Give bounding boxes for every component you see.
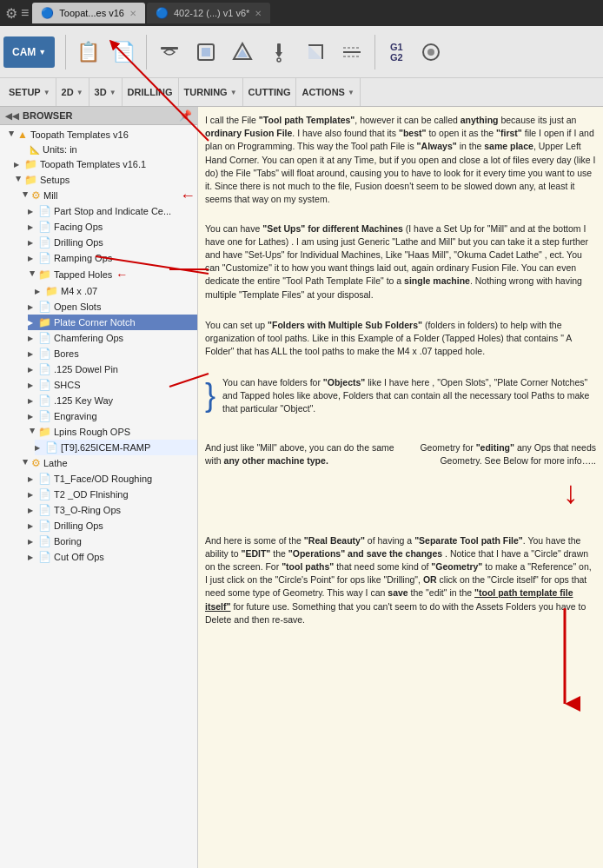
tree-shcs[interactable]: ▶ 📄 SHCS — [28, 377, 197, 393]
section-3d[interactable]: 3D ▼ — [89, 78, 123, 106]
tree-partstop[interactable]: ▶ 📄 Part Stop and Indicate Ce... — [28, 203, 197, 219]
tri-openslots[interactable]: ▶ — [28, 303, 36, 311]
tree-facingops[interactable]: ▶ 📄 Facing Ops — [28, 219, 197, 235]
tree-t9ramp[interactable]: ▶ 📄 [T9].625ICEM-RAMP — [35, 440, 197, 455]
tri-bores[interactable]: ▶ — [28, 350, 36, 358]
tree-root[interactable]: ▶ ▲ Toopath Templates v16 — [7, 127, 197, 142]
section-cutting[interactable]: CUTTING — [243, 78, 297, 106]
tool-cut[interactable] — [335, 38, 369, 66]
label-t1face: T1_Face/OD Roughing — [54, 474, 152, 484]
browser-pin[interactable]: 📌 — [179, 109, 192, 122]
tri-tpl161[interactable]: ▶ — [14, 161, 23, 169]
tri-chamfer[interactable]: ▶ — [28, 335, 36, 342]
section-turning[interactable]: TURNING ▼ — [179, 78, 243, 106]
tri-tappedholes[interactable]: ▶ — [29, 270, 36, 279]
tool-new-op[interactable]: 📄 — [107, 41, 141, 63]
tree-chamfer[interactable]: ▶ 📄 Chamfering Ops — [28, 330, 197, 346]
new-op-icon: 📄 — [112, 43, 136, 62]
tab-402[interactable]: 🔵 402-12 (...) v1 v6* ✕ — [147, 3, 270, 23]
tri-drillingops2[interactable]: ▶ — [28, 522, 36, 530]
tri-root[interactable]: ▶ — [8, 130, 16, 139]
tree-tappedholes[interactable]: ▶ 📁 Tapped Holes ← — [28, 266, 197, 283]
tri-t2od[interactable]: ▶ — [28, 491, 36, 499]
tree-mill[interactable]: ▶ ⚙ Mill ← — [21, 188, 197, 203]
tri-mill[interactable]: ▶ — [22, 191, 30, 200]
tri-setups[interactable]: ▶ — [15, 176, 23, 184]
tri-rampingops[interactable]: ▶ — [28, 255, 36, 262]
browser-title: BROWSER — [23, 110, 72, 121]
tri-drillingops[interactable]: ▶ — [28, 239, 36, 247]
browser-panel: ◀◀ BROWSER 📌 ▶ ▲ Toopath Templates v16 📐… — [0, 107, 198, 868]
section-setup[interactable]: SETUP ▼ — [3, 78, 56, 106]
tree-bores[interactable]: ▶ 📄 Bores — [28, 346, 197, 361]
cam-button[interactable]: CAM ▼ — [3, 36, 55, 68]
tri-shcs[interactable]: ▶ — [28, 381, 36, 389]
annotation-block-5: Geometry for "editing" any Ops that need… — [405, 441, 596, 467]
tree-lathe[interactable]: ▶ ⚙ Lathe — [21, 455, 197, 471]
tri-lathe[interactable]: ▶ — [22, 459, 30, 467]
tri-facingops[interactable]: ▶ — [28, 223, 36, 231]
tri-engraving[interactable]: ▶ — [28, 413, 36, 421]
tri-t9ramp[interactable]: ▶ — [35, 444, 43, 452]
section-actions[interactable]: ACTIONS ▼ — [296, 78, 360, 106]
tool-turn[interactable] — [298, 38, 333, 66]
label-bores: Bores — [54, 348, 79, 359]
tree-platecorner[interactable]: ▶ 📁 Plate Corner Notch — [28, 315, 197, 330]
label-t3oring: T3_O-Ring Ops — [54, 505, 121, 515]
red-arrow-down-icon: ↓ — [563, 474, 579, 510]
tree-rampingops[interactable]: ▶ 📄 Ramping Ops — [28, 250, 197, 266]
section-2d[interactable]: 2D ▼ — [56, 78, 89, 106]
annotation-block-4: } You can have folders for "Objects" lik… — [205, 376, 596, 416]
tree-dowelpin[interactable]: ▶ 📄 .125 Dowel Pin — [28, 361, 197, 377]
section-drilling[interactable]: DRILLING — [123, 78, 179, 106]
tree-openslots[interactable]: ▶ 📄 Open Slots — [28, 299, 197, 315]
tab-icon-1: 🔵 — [41, 7, 54, 19]
tree-engraving[interactable]: ▶ 📄 Engraving — [28, 408, 197, 424]
tool-adaptive[interactable] — [152, 38, 187, 66]
brace-symbol: } — [205, 380, 215, 411]
label-root: Toopath Templates v16 — [30, 129, 129, 140]
label-lpins: Lpins Rough OPS — [54, 427, 130, 437]
section-turning-label: TURNING — [184, 87, 228, 97]
tab-close-2[interactable]: ✕ — [255, 9, 262, 18]
tri-t1face[interactable]: ▶ — [28, 475, 36, 483]
tree-t2od[interactable]: ▶ 📄 T2 _OD Flnishing — [28, 487, 197, 502]
actions-arrow: ▼ — [348, 89, 355, 96]
folder-icon-m4x07: 📁 — [45, 285, 58, 297]
tree-keyway[interactable]: ▶ 📄 .125 Key Way — [28, 393, 197, 408]
tool-actions[interactable] — [414, 38, 448, 66]
tri-lpins[interactable]: ▶ — [29, 427, 36, 436]
tri-t3oring[interactable]: ▶ — [28, 507, 36, 514]
tab-close-1[interactable]: ✕ — [129, 9, 136, 18]
tree-t1face[interactable]: ▶ 📄 T1_Face/OD Roughing — [28, 471, 197, 487]
tab-toopath[interactable]: 🔵 Toopat...es v16 ✕ — [32, 3, 145, 23]
label-lathe: Lathe — [43, 458, 68, 468]
browser-collapse[interactable]: ◀◀ — [5, 111, 19, 121]
tree-t3oring[interactable]: ▶ 📄 T3_O-Ring Ops — [28, 502, 197, 518]
tri-partstop[interactable]: ▶ — [28, 208, 36, 215]
label-chamfer: Chamfering Ops — [54, 333, 123, 343]
tool-new-setup[interactable]: 📋 — [71, 41, 105, 63]
menu-icon[interactable]: ≡ — [21, 5, 29, 21]
main-area: ◀◀ BROWSER 📌 ▶ ▲ Toopath Templates v16 📐… — [0, 107, 603, 868]
tool-pocket[interactable] — [189, 38, 223, 66]
tree-setups[interactable]: ▶ 📁 Setups — [14, 172, 197, 188]
tri-keyway[interactable]: ▶ — [28, 397, 36, 405]
tri-platecorner[interactable]: ▶ — [28, 319, 36, 327]
tool-drill-tb[interactable] — [262, 38, 296, 66]
tool-contour[interactable] — [225, 38, 260, 66]
tri-boring[interactable]: ▶ — [28, 538, 36, 546]
label-m4x07: M4 x .07 — [61, 286, 97, 296]
tri-m4x07[interactable]: ▶ — [35, 288, 43, 295]
tree-lpins[interactable]: ▶ 📁 Lpins Rough OPS — [28, 424, 197, 440]
tree-tpl161[interactable]: ▶ 📁 Toopath Templates v16.1 — [14, 156, 197, 172]
tree-drillingops[interactable]: ▶ 📄 Drilling Ops — [28, 235, 197, 250]
tool-g1g2[interactable]: G1G2 — [381, 40, 412, 64]
tree-cutoffops[interactable]: ▶ 📄 Cut Off Ops — [28, 549, 197, 565]
tri-dowelpin[interactable]: ▶ — [28, 366, 36, 374]
tree-m4x07[interactable]: ▶ 📁 M4 x .07 — [35, 283, 197, 299]
tri-cutoffops[interactable]: ▶ — [28, 553, 36, 561]
setup-arrow: ▼ — [43, 89, 50, 96]
tree-boring[interactable]: ▶ 📄 Boring — [28, 533, 197, 549]
tree-drillingops2[interactable]: ▶ 📄 Drilling Ops — [28, 518, 197, 533]
